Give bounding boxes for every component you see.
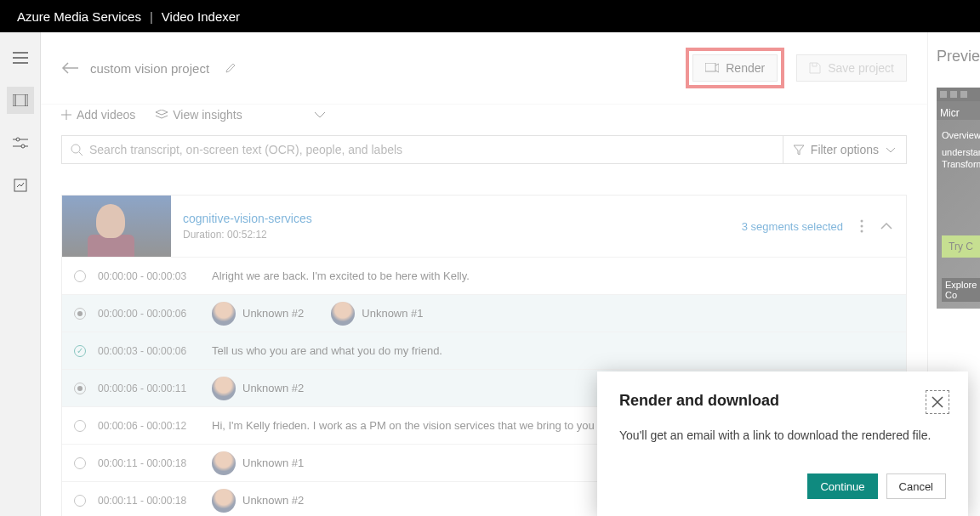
svg-point-5 — [71, 145, 80, 153]
svg-point-2 — [21, 145, 25, 148]
transcript-text: Tell us who you are and what you do my f… — [212, 344, 442, 357]
header-row: custom vision project Render Save projec… — [41, 32, 927, 104]
preview-embed[interactable]: Micr Overview understan Transform Try C … — [937, 88, 980, 309]
view-insights-label: View insights — [173, 108, 242, 122]
speaker-name: Unknown #1 — [242, 456, 304, 469]
plus-icon — [61, 110, 71, 120]
settings-icon[interactable] — [7, 129, 34, 156]
dialog-message: You'll get an email with a link to downl… — [619, 428, 946, 442]
row-time: 00:00:00 - 00:00:03 — [98, 270, 200, 282]
stub-line1: Overview — [942, 130, 980, 140]
speaker-name: Unknown #2 — [242, 382, 304, 394]
svg-point-7 — [861, 225, 863, 228]
stub-brand: Micr — [940, 107, 960, 114]
segment-row[interactable]: 00:00:00 - 00:00:06Unknown #2Unknown #1 — [62, 294, 906, 332]
search-box[interactable] — [61, 135, 783, 164]
stub-cta[interactable]: Try C — [942, 235, 980, 258]
row-selector[interactable]: ✓ — [74, 345, 86, 357]
render-button[interactable]: Render — [692, 54, 778, 82]
pencil-icon[interactable] — [225, 62, 236, 74]
video-header: cognitive-vision-services Duration: 00:5… — [62, 196, 906, 257]
row-selector[interactable] — [74, 383, 86, 394]
continue-button[interactable]: Continue — [807, 473, 877, 499]
back-arrow-icon[interactable] — [61, 62, 78, 74]
svg-point-8 — [861, 230, 863, 233]
svg-point-1 — [16, 138, 20, 141]
render-dialog: Render and download You'll get an email … — [597, 371, 968, 516]
row-selector[interactable] — [74, 308, 86, 320]
face-icon — [331, 302, 355, 326]
segments-selected: 3 segments selected — [742, 220, 843, 233]
speaker-chip[interactable]: Unknown #2 — [212, 377, 304, 400]
row-time: 00:00:03 - 00:00:06 — [98, 345, 200, 357]
row-selector[interactable] — [74, 270, 86, 282]
row-time: 00:00:11 - 00:00:18 — [98, 495, 200, 507]
search-icon — [71, 144, 83, 156]
dialog-title: Render and download — [619, 392, 946, 410]
filter-icon — [794, 145, 804, 155]
row-selector[interactable] — [74, 420, 86, 432]
row-selector[interactable] — [74, 457, 86, 469]
transcript-text: Alright we are back. I'm excited to be h… — [212, 269, 470, 282]
search-row: Filter options — [41, 132, 927, 174]
svg-rect-4 — [705, 63, 715, 71]
face-icon — [212, 377, 236, 400]
save-icon — [809, 62, 821, 74]
chevron-up-icon[interactable] — [880, 223, 892, 230]
close-icon[interactable] — [926, 390, 949, 414]
chevron-down-icon — [886, 147, 896, 153]
render-highlight: Render — [686, 48, 784, 88]
segment-row[interactable]: 00:00:00 - 00:00:03Alright we are back. … — [62, 257, 906, 294]
stub-footer: Explore Co — [942, 278, 980, 302]
row-time: 00:00:00 - 00:00:06 — [98, 308, 200, 320]
face-icon — [212, 451, 236, 475]
speaker-chip[interactable]: Unknown #2 — [212, 302, 304, 326]
render-icon — [705, 63, 719, 73]
speaker-chip[interactable]: Unknown #1 — [212, 451, 304, 475]
insights-icon[interactable] — [7, 172, 34, 199]
segment-row[interactable]: ✓00:00:03 - 00:00:06Tell us who you are … — [62, 332, 906, 369]
service-name: Azure Media Services — [17, 9, 141, 24]
speaker-name: Unknown #1 — [362, 307, 423, 320]
transcript-text: Hi, I'm Kelly frieden. I work as a PM on… — [212, 419, 611, 432]
row-time: 00:00:11 - 00:00:18 — [98, 457, 200, 469]
render-label: Render — [726, 61, 765, 75]
more-icon[interactable] — [860, 219, 863, 233]
preview-title: Preview — [937, 48, 980, 65]
row-time: 00:00:06 - 00:00:11 — [98, 383, 200, 394]
project-title: custom vision project — [90, 61, 209, 76]
view-insights-button[interactable]: View insights — [156, 108, 242, 122]
row-selector[interactable] — [74, 495, 86, 507]
save-label: Save project — [828, 61, 894, 75]
speaker-name: Unknown #2 — [242, 307, 304, 320]
stub-line3: Transform — [942, 159, 980, 169]
row-time: 00:00:06 - 00:00:12 — [98, 420, 200, 432]
speaker-chip[interactable]: Unknown #2 — [212, 489, 304, 513]
speaker-chip[interactable]: Unknown #1 — [331, 302, 423, 326]
toolbar: Add videos View insights — [41, 104, 927, 132]
left-nav — [0, 32, 41, 516]
layers-icon — [156, 110, 168, 120]
face-icon — [212, 302, 236, 326]
chevron-down-icon[interactable] — [314, 111, 326, 118]
svg-point-6 — [861, 220, 863, 223]
menu-icon[interactable] — [7, 44, 34, 71]
face-icon — [212, 489, 236, 513]
video-editor-icon[interactable] — [7, 87, 34, 114]
top-bar: Azure Media Services | Video Indexer — [0, 0, 980, 32]
video-thumbnail[interactable] — [62, 196, 171, 257]
save-project-button[interactable]: Save project — [796, 54, 907, 82]
filter-options-button[interactable]: Filter options — [783, 135, 907, 164]
add-videos-label: Add videos — [77, 108, 135, 122]
cancel-button[interactable]: Cancel — [886, 473, 946, 499]
product-name: Video Indexer — [162, 9, 240, 24]
add-videos-button[interactable]: Add videos — [61, 108, 135, 122]
separator: | — [150, 9, 153, 24]
filter-label: Filter options — [811, 143, 879, 156]
video-name[interactable]: cognitive-vision-services — [183, 212, 708, 225]
search-input[interactable] — [89, 143, 774, 156]
video-duration: Duration: 00:52:12 — [183, 229, 708, 241]
speaker-name: Unknown #2 — [242, 494, 304, 507]
stub-line2: understan — [942, 147, 980, 157]
